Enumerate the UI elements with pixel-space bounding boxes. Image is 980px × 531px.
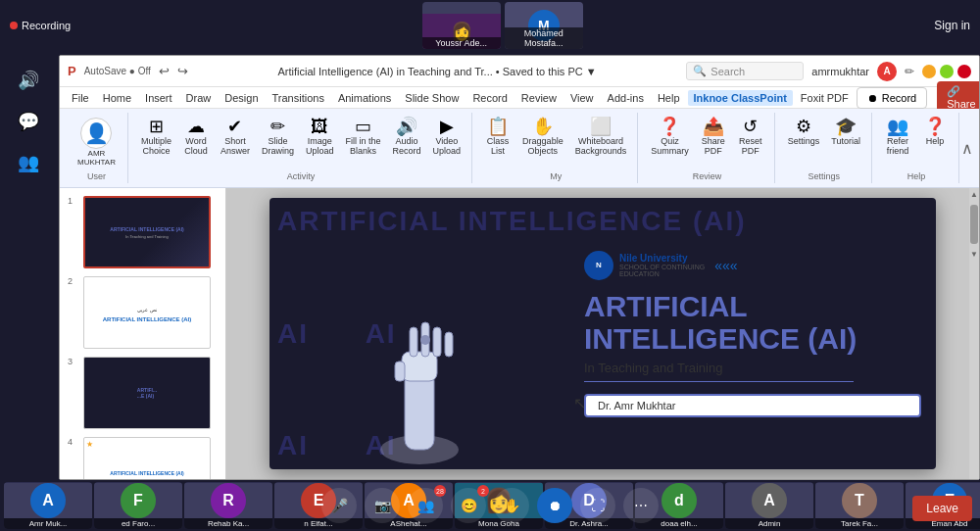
scroll-up-arrow[interactable]: ▲ [970,190,978,199]
ribbon-refer-friend[interactable]: 👥 Referfriend [880,115,915,159]
ribbon-audio-record[interactable]: 🔊 AudioRecord [388,115,426,159]
participant-thumb-1[interactable]: 👩 Youssr Ade... [422,2,501,49]
settings-icon: ⚙ [796,118,811,135]
ribbon-video-upload[interactable]: ▶ VideoUpload [428,115,466,159]
ribbon-tutorial[interactable]: 🎓 Tutorial [826,115,865,149]
maximize-button[interactable] [940,65,954,78]
image-upload-label: ImageUpload [306,136,334,156]
slide-thumb-2[interactable]: 2 نص عربي ARTIFICIAL INTELLIGENCE (AI) [66,274,220,351]
participant-face-amr: A [4,483,92,518]
class-list-icon: 📋 [487,118,509,135]
ribbon-expand-btn[interactable]: ∧ [961,139,973,158]
scroll-down-arrow[interactable]: ▼ [970,250,978,259]
quiz-summary-icon: ❓ [659,118,680,135]
menu-addins[interactable]: Add-ins [602,90,650,106]
menu-view[interactable]: View [564,90,600,106]
label-elfat: n Elfat... [274,518,363,529]
search-box[interactable]: 🔍 Search [686,62,804,80]
search-placeholder: Search [710,66,745,77]
word-cloud-icon: ☁ [187,118,205,135]
ribbon-activity-section: ⊞ MultipleChoice ☁ WordCloud ✔ ShortAnsw… [130,113,472,183]
participant-face-faro: F [94,483,182,518]
menu-review[interactable]: Review [515,90,563,106]
word-cloud-label: WordCloud [184,136,208,156]
ribbon-settings[interactable]: ⚙ Settings [783,115,825,149]
author-name: Dr. Amr Mukhtar [598,400,675,411]
participant-thumb-main[interactable]: M Mohamed Mostafa... [505,2,583,49]
close-button[interactable] [957,65,971,78]
ai-title-line1: ARTIFICIAL [584,290,921,322]
ribbon-reset-pdf[interactable]: ↺ ResetPDF [733,115,768,159]
participant-face-admin: A [725,483,813,518]
sidebar-icon-3[interactable]: 👥 [9,145,48,180]
menu-animations[interactable]: Animations [332,90,397,106]
redo-btn[interactable]: ↪ [177,64,188,78]
fill-blanks-icon: ▭ [355,118,371,135]
side-scrollbar[interactable]: ▲ ▼ [969,188,979,479]
menu-insert[interactable]: Insert [139,90,178,106]
powerpoint-window: P AutoSave ● Off ↩ ↪ Artificial Intellig… [59,55,980,480]
menu-draw[interactable]: Draw [180,90,218,106]
review-label: Review [693,169,722,181]
help-section-label: Help [907,169,926,181]
ribbon-help[interactable]: ❓ Help [917,115,953,149]
edit-icon[interactable]: ✏ [905,65,914,78]
sign-in-button[interactable]: Sign in [934,19,970,32]
ribbon-share-pdf[interactable]: 📤 SharePDF [696,115,731,159]
menu-transitions[interactable]: Transitions [267,90,330,106]
ribbon-short-answer[interactable]: ✔ ShortAnswer [216,115,255,159]
menu-foxit[interactable]: Foxit PDF [795,90,855,106]
slide-thumb-4[interactable]: 4 ★ ARTIFICIAL INTELLIGENCE (AI) [66,435,220,479]
sidebar-icon-1[interactable]: 🔊 [9,63,48,98]
more-button[interactable]: ⋯ [623,488,659,523]
slide-img-1: ARTIFICIAL INTELLIGENCE (AI) In Teaching… [83,196,211,268]
mic-button[interactable]: 🎤 [321,488,357,523]
menu-file[interactable]: File [66,90,95,106]
nile-school: SCHOOL OF CONTINUINGEDUCATION [619,264,705,277]
leave-button[interactable]: Leave [912,496,972,521]
ribbon-whiteboard[interactable]: ⬜ WhiteboardBackgrounds [570,115,632,159]
username-label: amrmukhtar [811,66,869,77]
ribbon-fill-blanks[interactable]: ▭ Fill in theBlanks [341,115,386,159]
ribbon-class-list[interactable]: 📋 ClassList [480,115,515,159]
reset-pdf-label: ResetPDF [739,136,762,156]
ribbon-word-cloud[interactable]: ☁ WordCloud [178,115,214,159]
hand-button[interactable]: ✋ [494,488,529,523]
avatar-tarek: T [842,483,877,518]
ribbon-quiz-summary[interactable]: ❓ QuizSummary [646,115,694,159]
menu-slideshow[interactable]: Slide Show [399,90,465,106]
slide-left [270,198,569,469]
draggable-icon: ✋ [532,118,554,135]
scroll-thumb[interactable] [970,205,978,244]
image-upload-icon: 🖼 [311,118,328,135]
ppt-logo: P [68,64,76,78]
reaction-button[interactable]: 😊 2 [451,488,486,523]
autosave-label: AutoSave ● Off [84,66,151,76]
help-icon: ❓ [924,118,946,135]
ribbon-review-items: ❓ QuizSummary 📤 SharePDF ↺ ResetPDF [646,115,768,169]
svg-rect-3 [410,327,417,357]
slide-canvas: ARTIFICIAL INTELLIGENCE (AI) AI AI AI AI [270,198,936,469]
participants-button[interactable]: 👥 28 [408,488,443,523]
menu-design[interactable]: Design [219,90,264,106]
short-answer-label: ShortAnswer [220,136,250,156]
ribbon-slide-drawing[interactable]: ✏ SlideDrawing [257,115,299,159]
ribbon-draggable[interactable]: ✋ DraggableObjects [517,115,568,159]
slide-thumb-1[interactable]: 1 ARTIFICIAL INTELLIGENCE (AI) In Teachi… [66,194,220,270]
screen-share-button[interactable]: ⛶ [580,488,615,523]
ribbon-image-upload[interactable]: 🖼 ImageUpload [301,115,339,159]
slide-thumb-3[interactable]: 3 ARTIFI......E (AI) [66,355,220,431]
menu-inknoe[interactable]: Inknoe ClassPoint [688,90,793,106]
camera-button[interactable]: 📷 [365,488,400,523]
svg-rect-6 [445,332,453,357]
menu-help[interactable]: Help [652,90,686,106]
ribbon-multiple-choice[interactable]: ⊞ MultipleChoice [136,115,176,159]
sidebar-icon-2[interactable]: 💬 [9,104,48,139]
minimize-button[interactable] [922,65,936,78]
title-bar: P AutoSave ● Off ↩ ↪ Artificial Intellig… [60,56,979,87]
undo-btn[interactable]: ↩ [159,64,170,78]
menu-home[interactable]: Home [97,90,137,106]
menu-record[interactable]: Record [466,90,513,106]
record-button[interactable]: ⏺ ⏺ Record Record [857,87,927,109]
record-ctrl-button[interactable]: ⏺ [537,488,572,523]
